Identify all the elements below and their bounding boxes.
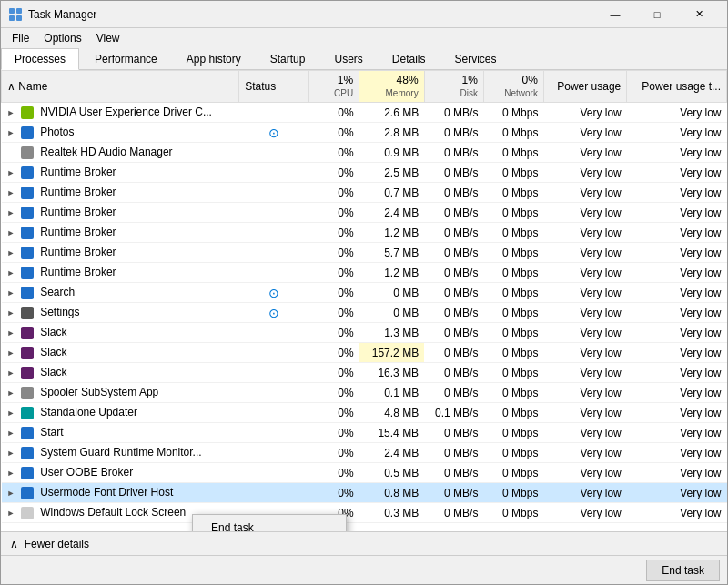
- process-icon: [21, 507, 34, 519]
- table-row[interactable]: ► User OOBE Broker 0% 0.5 MB 0 MB/s 0 Mb…: [2, 463, 727, 483]
- cell-name: ► Slack: [2, 363, 239, 383]
- process-icon: [21, 267, 34, 279]
- col-header-power[interactable]: Power usage: [543, 71, 626, 103]
- table-row[interactable]: ► Runtime Broker 0% 0.7 MB 0 MB/s 0 Mbps…: [2, 183, 727, 203]
- cell-name: ► Runtime Broker: [2, 263, 239, 283]
- expand-arrow[interactable]: ►: [7, 348, 16, 358]
- table-row[interactable]: ► Slack 0% 16.3 MB 0 MB/s 0 Mbps Very lo…: [2, 363, 727, 383]
- bottom-bar: End task: [1, 555, 727, 584]
- col-header-memory[interactable]: 48%Memory: [359, 71, 425, 103]
- menu-file[interactable]: File: [5, 30, 36, 46]
- table-row[interactable]: ► Runtime Broker 0% 2.5 MB 0 MB/s 0 Mbps…: [2, 163, 727, 183]
- table-row[interactable]: ► Slack 0% 157.2 MB 0 MB/s 0 Mbps Very l…: [2, 343, 727, 363]
- table-row[interactable]: ► Settings ⊙ 0% 0 MB 0 MB/s 0 Mbps Very …: [2, 303, 727, 323]
- col-header-name[interactable]: ∧ Name: [2, 71, 239, 103]
- cell-power: Very low: [543, 463, 626, 483]
- menu-bar: File Options View: [1, 28, 727, 48]
- tab-users[interactable]: Users: [320, 48, 376, 69]
- tab-processes[interactable]: Processes: [1, 48, 79, 70]
- expand-arrow[interactable]: ►: [7, 248, 16, 257]
- table-row[interactable]: ► Start 0% 15.4 MB 0 MB/s 0 Mbps Very lo…: [2, 423, 727, 443]
- status-icon: ⊙: [268, 306, 279, 320]
- col-header-disk[interactable]: 1%Disk: [424, 71, 483, 103]
- cell-power: Very low: [543, 303, 626, 323]
- expand-arrow[interactable]: ►: [7, 388, 16, 398]
- cell-cpu: 0%: [309, 323, 359, 343]
- maximize-button[interactable]: □: [636, 1, 678, 28]
- cell-name: ► Start: [2, 423, 239, 443]
- expand-arrow[interactable]: ►: [7, 168, 16, 177]
- expand-arrow[interactable]: ►: [7, 408, 16, 418]
- end-task-button[interactable]: End task: [646, 560, 720, 581]
- menu-options[interactable]: Options: [36, 30, 88, 46]
- table-row[interactable]: Realtek HD Audio Manager 0% 0.9 MB 0 MB/…: [2, 143, 727, 163]
- tab-performance[interactable]: Performance: [81, 48, 171, 69]
- expand-arrow[interactable]: ►: [7, 489, 16, 498]
- expand-arrow[interactable]: ►: [7, 188, 16, 197]
- cell-network: 0 Mbps: [483, 123, 543, 143]
- table-row[interactable]: ► System Guard Runtime Monitor... 0% 2.4…: [2, 443, 727, 463]
- expand-arrow[interactable]: ►: [7, 228, 16, 237]
- cell-power: Very low: [543, 123, 626, 143]
- expand-arrow[interactable]: ►: [7, 128, 16, 137]
- table-row[interactable]: ► Usermode Font Driver Host 0% 0.8 MB 0 …: [2, 483, 727, 503]
- table-row[interactable]: ► Spooler SubSystem App 0% 0.1 MB 0 MB/s…: [2, 383, 727, 403]
- expand-arrow[interactable]: ►: [7, 469, 16, 478]
- expand-arrow[interactable]: ►: [7, 509, 16, 518]
- process-name: System Guard Runtime Monitor...: [40, 446, 201, 459]
- table-row[interactable]: ► Standalone Updater 0% 4.8 MB 0.1 MB/s …: [2, 403, 727, 423]
- process-name: User OOBE Broker: [40, 466, 133, 479]
- col-header-cpu[interactable]: 1%CPU: [309, 71, 359, 103]
- tab-services[interactable]: Services: [441, 48, 511, 69]
- col-header-status[interactable]: Status: [239, 71, 309, 103]
- table-row[interactable]: ► Runtime Broker 0% 5.7 MB 0 MB/s 0 Mbps…: [2, 243, 727, 263]
- expand-arrow[interactable]: ►: [7, 368, 16, 378]
- expand-arrow[interactable]: ►: [7, 328, 16, 338]
- expand-arrow[interactable]: ►: [7, 429, 16, 438]
- cell-network: 0 Mbps: [483, 483, 543, 503]
- expand-arrow[interactable]: ►: [7, 308, 16, 318]
- cell-power-trend: Very low: [627, 223, 727, 243]
- table-row[interactable]: ► Slack 0% 1.3 MB 0 MB/s 0 Mbps Very low…: [2, 323, 727, 343]
- table-row[interactable]: ► Runtime Broker 0% 2.4 MB 0 MB/s 0 Mbps…: [2, 203, 727, 223]
- process-table-container[interactable]: ∧ Name Status 1%CPU 48%Memory 1%Disk: [1, 70, 727, 531]
- cell-network: 0 Mbps: [483, 303, 543, 323]
- tab-app-history[interactable]: App history: [173, 48, 255, 69]
- cell-power-trend: Very low: [627, 423, 727, 443]
- minimize-button[interactable]: —: [594, 1, 636, 28]
- expand-arrow[interactable]: ►: [7, 208, 16, 217]
- cell-memory: 4.8 MB: [359, 403, 425, 423]
- expand-arrow[interactable]: ►: [7, 449, 16, 458]
- tab-details[interactable]: Details: [379, 48, 440, 69]
- expand-arrow[interactable]: ►: [7, 288, 16, 298]
- process-name: NVIDIA User Experience Driver C...: [40, 106, 212, 118]
- cell-memory: 0 MB: [359, 303, 425, 323]
- cell-power: Very low: [543, 443, 626, 463]
- close-button[interactable]: ✕: [678, 1, 720, 28]
- expand-arrow[interactable]: ►: [7, 268, 16, 277]
- process-name: Settings: [40, 306, 79, 318]
- tab-startup[interactable]: Startup: [257, 48, 319, 69]
- table-row[interactable]: ► Runtime Broker 0% 1.2 MB 0 MB/s 0 Mbps…: [2, 263, 727, 283]
- table-row[interactable]: ► NVIDIA User Experience Driver C... 0% …: [2, 103, 727, 123]
- cell-power: Very low: [543, 403, 626, 423]
- table-row[interactable]: ► Photos ⊙ 0% 2.8 MB 0 MB/s 0 Mbps Very …: [2, 123, 727, 143]
- col-header-network[interactable]: 0%Network: [483, 71, 543, 103]
- fewer-details-button[interactable]: ∧ Fewer details: [1, 531, 727, 555]
- process-icon: [21, 187, 34, 199]
- process-table: ∧ Name Status 1%CPU 48%Memory 1%Disk: [1, 70, 727, 523]
- ctx-end-task[interactable]: End task: [193, 517, 346, 531]
- menu-view[interactable]: View: [89, 30, 127, 46]
- table-row[interactable]: ► Runtime Broker 0% 1.2 MB 0 MB/s 0 Mbps…: [2, 223, 727, 243]
- process-name: Runtime Broker: [40, 166, 116, 178]
- cell-cpu: 0%: [309, 303, 359, 323]
- expand-arrow[interactable]: ►: [7, 108, 16, 117]
- table-row[interactable]: ► Search ⊙ 0% 0 MB 0 MB/s 0 Mbps Very lo…: [2, 283, 727, 303]
- content-area: ∧ Name Status 1%CPU 48%Memory 1%Disk: [1, 70, 727, 555]
- col-header-power-trend[interactable]: Power usage t...: [627, 71, 727, 103]
- cell-power-trend: Very low: [627, 243, 727, 263]
- cell-network: 0 Mbps: [483, 343, 543, 363]
- table-row[interactable]: ► Windows Default Lock Screen 0% 0.3 MB …: [2, 503, 727, 523]
- cell-status: ⊙: [239, 303, 309, 323]
- process-name: Realtek HD Audio Manager: [40, 146, 172, 158]
